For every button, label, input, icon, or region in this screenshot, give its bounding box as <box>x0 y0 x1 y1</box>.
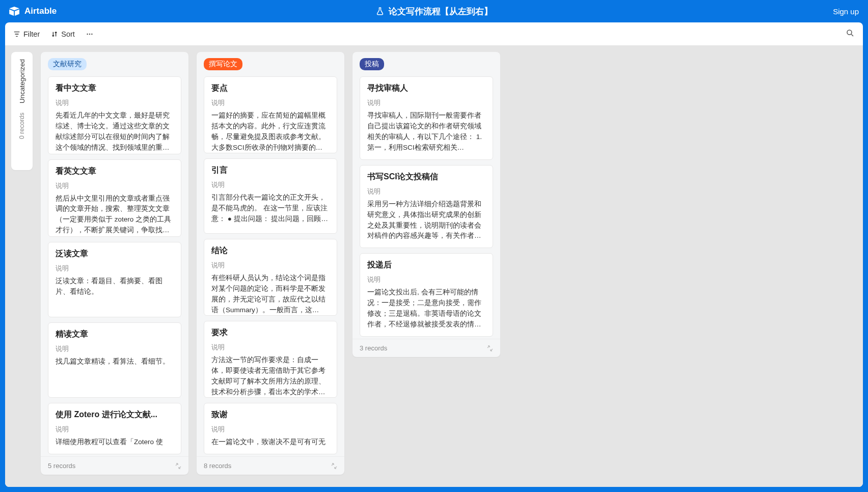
stack-cards[interactable]: 要点 说明 一篇好的摘要，应在简短的篇幅里概括本文的内容。此外，行文应连贯流畅，… <box>197 74 344 456</box>
card-title: 看中文文章 <box>56 83 174 94</box>
stack-pill[interactable]: 撰写论文 <box>204 58 242 70</box>
svg-point-3 <box>847 30 852 35</box>
search-icon <box>846 29 855 38</box>
card-field-label: 说明 <box>56 345 174 353</box>
card-field-label: 说明 <box>56 182 174 190</box>
card[interactable]: 投递后 说明 一篇论文投出后, 会有三种可能的情况：一是接受；二是意向接受，需作… <box>360 253 493 337</box>
card-body: 采用另一种方法详细介绍选题背景和研究意义，具体指出研究成果的创新之处及其重要性，… <box>367 199 485 242</box>
uncategorized-count: 0 records <box>18 113 25 139</box>
card-field-label: 说明 <box>211 181 330 189</box>
card-title: 要点 <box>211 83 330 94</box>
card[interactable]: 泛读文章 说明 泛读文章：看题目、看摘要、看图片、看结论。 <box>48 242 181 317</box>
card-field-label: 说明 <box>211 99 330 107</box>
card-title: 结论 <box>211 245 330 256</box>
brand-text: Airtable <box>24 6 57 16</box>
card-title: 寻找审稿人 <box>367 83 485 94</box>
filter-label: Filter <box>23 30 40 38</box>
page-title: 论文写作流程【从左到右】 <box>375 6 493 17</box>
collapse-icon[interactable] <box>175 463 181 469</box>
stack-cards[interactable]: 寻找审稿人 说明 寻找审稿人，国际期刊一般需要作者自己提出该篇论文的和作者研究领… <box>352 74 500 339</box>
stack-submit: 投稿 寻找审稿人 说明 寻找审稿人，国际期刊一般需要作者自己提出该篇论文的和作者… <box>352 52 500 357</box>
card-body: 引言部分代表一篇论文的正文开头，是不能马虎的。 在这一节里，应该注意： ● 提出… <box>211 193 330 225</box>
stack-footer: 5 records <box>41 456 188 475</box>
card-title: 要求 <box>211 327 330 338</box>
card-field-label: 说明 <box>367 187 485 196</box>
stack-pill[interactable]: 投稿 <box>360 58 384 70</box>
uncategorized-label: Uncategorized <box>18 59 26 103</box>
card[interactable]: 书写SCI论文投稿信 说明 采用另一种方法详细介绍选题背景和研究意义，具体指出研… <box>360 165 493 249</box>
card-field-label: 说明 <box>211 261 330 270</box>
more-button[interactable] <box>86 31 93 38</box>
card-field-label: 说明 <box>211 343 330 352</box>
card-body: 然后从中文里引用的文章或者重点强调的文章开始，搜索、整理英文文章（一定要用类似于… <box>56 194 174 236</box>
more-icon <box>86 31 93 38</box>
uncategorized-stack[interactable]: Uncategorized 0 records <box>11 52 33 170</box>
card-field-label: 说明 <box>56 99 174 107</box>
brand[interactable]: Airtable <box>9 6 57 16</box>
card-body: 一篇论文投出后, 会有三种可能的情况：一是接受；二是意向接受，需作修改；三是退稿… <box>367 287 485 330</box>
card-title: 精读文章 <box>56 329 174 340</box>
sort-label: Sort <box>61 30 75 38</box>
stack-research: 文献研究 看中文文章 说明 先看近几年的中文文章，最好是研究综述、博士论文。通过… <box>41 52 188 475</box>
card[interactable]: 要求 说明 方法这一节的写作要求是：自成一体，即要使读者无需借助于其它参考文献即… <box>204 321 337 398</box>
record-count: 3 records <box>360 344 387 352</box>
card-body: 泛读文章：看题目、看摘要、看图片、看结论。 <box>56 276 174 297</box>
card-title: 投递后 <box>367 260 485 270</box>
stack-writing: 撰写论文 要点 说明 一篇好的摘要，应在简短的篇幅里概括本文的内容。此外，行文应… <box>197 52 344 475</box>
card-title: 书写SCI论文投稿信 <box>367 172 485 182</box>
record-count: 8 records <box>204 462 231 470</box>
card[interactable]: 结论 说明 有些科研人员认为，结论这个词是指对某个问题的定论，而科学是不断发展的… <box>204 239 337 316</box>
card[interactable]: 看中文文章 说明 先看近几年的中文文章，最好是研究综述、博士论文。通过这些文章的… <box>48 76 181 154</box>
kanban-board: Uncategorized 0 records 文献研究 看中文文章 说明 先看… <box>5 46 863 487</box>
card[interactable]: 要点 说明 一篇好的摘要，应在简短的篇幅里概括本文的内容。此外，行文应连贯流畅，… <box>204 76 337 153</box>
card-body: 一篇好的摘要，应在简短的篇幅里概括本文的内容。此外，行文应连贯流畅，尽量避免提及… <box>211 111 330 153</box>
card-body: 在一篇论文中，致谢决不是可有可无 <box>211 437 330 448</box>
card[interactable]: 引言 说明 引言部分代表一篇论文的正文开头，是不能马虎的。 在这一节里，应该注意… <box>204 158 337 234</box>
flask-icon <box>375 7 385 16</box>
airtable-logo-icon <box>9 7 20 16</box>
stack-cards[interactable]: 看中文文章 说明 先看近几年的中文文章，最好是研究综述、博士论文。通过这些文章的… <box>41 74 188 456</box>
svg-point-0 <box>87 33 88 34</box>
stack-footer: 8 records <box>197 456 344 475</box>
card-body: 寻找审稿人，国际期刊一般需要作者自己提出该篇论文的和作者研究领域相关的审稿人，有… <box>367 111 485 153</box>
card-title: 致谢 <box>211 409 330 420</box>
signup-link[interactable]: Sign up <box>833 7 859 16</box>
card-field-label: 说明 <box>56 425 174 434</box>
filter-button[interactable]: Filter <box>13 30 40 38</box>
card-body: 详细使用教程可以查看「Zotero 使 <box>56 437 174 448</box>
svg-point-2 <box>91 33 92 34</box>
sort-icon <box>51 31 58 38</box>
card[interactable]: 致谢 说明 在一篇论文中，致谢决不是可有可无 <box>204 403 337 454</box>
collapse-icon[interactable] <box>331 463 337 469</box>
card-field-label: 说明 <box>56 264 174 273</box>
card-body: 有些科研人员认为，结论这个词是指对某个问题的定论，而科学是不断发展的，并无定论可… <box>211 273 330 316</box>
card-title: 使用 Zotero 进行论文文献... <box>56 409 174 420</box>
stack-footer: 3 records <box>352 339 500 357</box>
card-field-label: 说明 <box>367 276 485 284</box>
card-body: 找几篇文章精读，看算法、看细节。 <box>56 357 174 367</box>
card[interactable]: 看英文文章 说明 然后从中文里引用的文章或者重点强调的文章开始，搜索、整理英文文… <box>48 159 181 237</box>
page-title-text: 论文写作流程【从左到右】 <box>389 6 493 17</box>
card-title: 看英文文章 <box>56 166 174 177</box>
search-button[interactable] <box>846 29 855 40</box>
card[interactable]: 精读文章 说明 找几篇文章精读，看算法、看细节。 <box>48 322 181 398</box>
svg-point-1 <box>89 33 90 34</box>
filter-icon <box>13 31 20 38</box>
collapse-icon[interactable] <box>487 345 493 351</box>
record-count: 5 records <box>48 462 75 470</box>
card-body: 先看近几年的中文文章，最好是研究综述、博士论文。通过这些文章的文献综述部分可以在… <box>56 111 174 153</box>
toolbar: Filter Sort <box>5 22 863 46</box>
sort-button[interactable]: Sort <box>51 30 75 38</box>
card-body: 方法这一节的写作要求是：自成一体，即要使读者无需借助于其它参考文献即可了解本文所… <box>211 355 330 398</box>
card-title: 泛读文章 <box>56 249 174 259</box>
stack-pill[interactable]: 文献研究 <box>48 58 87 70</box>
card-title: 引言 <box>211 165 330 176</box>
card-field-label: 说明 <box>367 99 485 107</box>
card-field-label: 说明 <box>211 425 330 434</box>
card[interactable]: 寻找审稿人 说明 寻找审稿人，国际期刊一般需要作者自己提出该篇论文的和作者研究领… <box>360 76 493 160</box>
card[interactable]: 使用 Zotero 进行论文文献... 说明 详细使用教程可以查看「Zotero… <box>48 403 181 454</box>
